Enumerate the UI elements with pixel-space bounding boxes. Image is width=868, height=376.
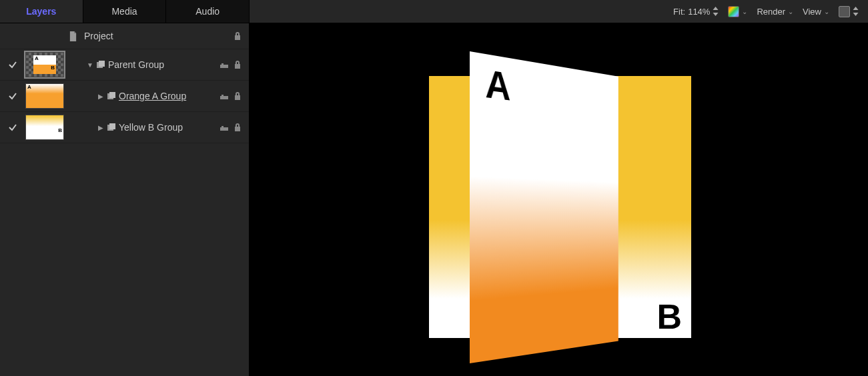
a-letter: A (485, 63, 510, 107)
panel-tabbar: Layers Media Audio (0, 0, 249, 23)
background-swatch-icon (839, 6, 850, 17)
enable-checkbox[interactable] (0, 91, 25, 101)
layer-thumbnail[interactable]: B (25, 115, 64, 140)
layer-label: Parent Group (108, 59, 213, 70)
layer-row[interactable]: B ▶ Yellow B Group (0, 112, 249, 143)
document-icon (67, 31, 79, 41)
fit-label: Fit: (673, 7, 685, 17)
canvas-viewer: Fit: 114% ⌄ Render ⌄ View ⌄ (250, 0, 868, 376)
background-menu[interactable] (839, 6, 859, 17)
group-icon (107, 123, 119, 132)
view-label: View (803, 7, 821, 17)
chevron-down-icon: ⌄ (824, 8, 829, 15)
stepper-icon (853, 7, 859, 16)
canvas[interactable]: B A (250, 23, 868, 376)
svg-rect-11 (222, 126, 224, 127)
svg-marker-14 (853, 7, 859, 10)
lock-icon[interactable] (233, 123, 242, 132)
layer-thumbnail[interactable]: AB (25, 52, 64, 77)
viewer-toolbar: Fit: 114% ⌄ Render ⌄ View ⌄ (250, 0, 868, 23)
group-icon (96, 60, 108, 69)
color-channel-menu[interactable]: ⌄ (728, 6, 747, 17)
disclosure-icon[interactable]: ▶ (95, 124, 107, 131)
tab-audio[interactable]: Audio (166, 0, 249, 23)
chevron-down-icon: ⌄ (788, 8, 793, 15)
link-icon[interactable] (220, 91, 229, 101)
svg-marker-15 (853, 13, 859, 16)
stepper-icon (713, 7, 719, 16)
orange-card: A (470, 51, 618, 363)
svg-rect-6 (220, 96, 228, 99)
tab-media[interactable]: Media (83, 0, 167, 23)
view-menu[interactable]: View ⌄ (803, 7, 829, 17)
svg-rect-10 (220, 127, 228, 131)
lock-icon[interactable] (233, 60, 242, 69)
project-row[interactable]: Project (0, 23, 249, 49)
render-label: Render (757, 7, 785, 17)
layer-row[interactable]: A ▶ Orange A Group (0, 81, 249, 112)
group-icon (107, 91, 119, 101)
fit-value: 114% (688, 7, 710, 17)
color-swatch-icon (728, 6, 739, 17)
link-icon[interactable] (220, 123, 229, 132)
lock-icon[interactable] (233, 31, 242, 41)
layers-panel: Layers Media Audio Project AB (0, 0, 250, 376)
layer-label: Orange A Group (119, 91, 213, 101)
link-icon[interactable] (220, 60, 229, 69)
svg-rect-7 (222, 95, 224, 96)
tab-layers[interactable]: Layers (0, 0, 83, 23)
svg-rect-3 (222, 63, 224, 65)
layer-label: Yellow B Group (119, 122, 213, 133)
disclosure-icon[interactable]: ▶ (95, 93, 107, 100)
svg-rect-1 (99, 61, 105, 67)
render-menu[interactable]: Render ⌄ (757, 7, 793, 17)
zoom-fit-control[interactable]: Fit: 114% (673, 7, 719, 17)
svg-rect-2 (220, 65, 228, 68)
project-label: Project (84, 31, 213, 41)
layer-thumbnail[interactable]: A (25, 83, 64, 109)
svg-marker-13 (713, 13, 719, 16)
chevron-down-icon: ⌄ (742, 8, 747, 15)
disclosure-icon[interactable]: ▼ (84, 61, 96, 69)
enable-checkbox[interactable] (0, 123, 25, 132)
svg-rect-9 (109, 123, 115, 129)
svg-marker-12 (713, 7, 719, 10)
enable-checkbox[interactable] (0, 60, 25, 69)
lock-icon[interactable] (233, 91, 242, 101)
layer-row[interactable]: AB ▼ Parent Group (0, 49, 249, 81)
svg-rect-5 (109, 92, 115, 98)
